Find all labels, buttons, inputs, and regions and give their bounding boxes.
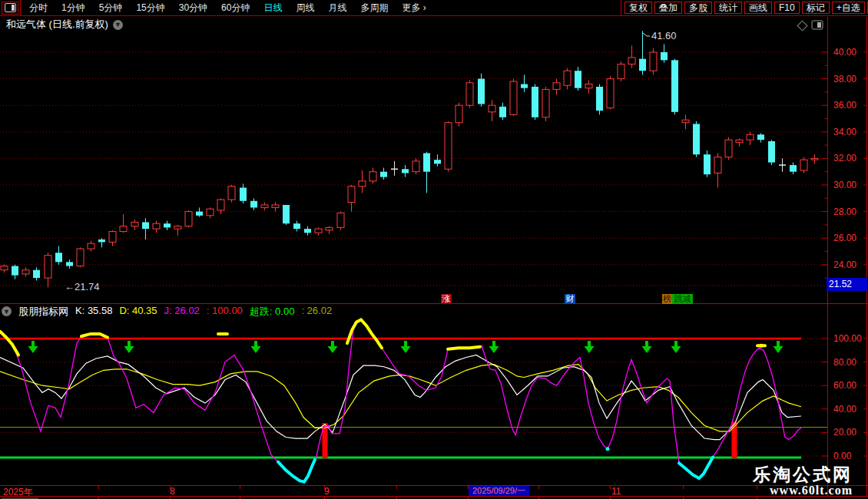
price-tick-label: 40.00: [833, 47, 856, 58]
high-annotation: 41.60: [651, 30, 677, 41]
sell-arrow-icon: [328, 341, 338, 353]
toolbar-button-draw-line[interactable]: 画线: [744, 2, 772, 14]
overbought-highlight: [448, 347, 480, 349]
toolbar-button-overlay[interactable]: 叠加: [654, 2, 682, 14]
diamond-icon: [797, 21, 807, 31]
indicator-field-3: : 100.00: [207, 305, 243, 319]
price-tick-label: 38.00: [833, 74, 856, 84]
event-marker-2[interactable]: 榜: [662, 294, 672, 304]
event-marker-1[interactable]: 财: [565, 294, 575, 304]
candlestick-series: [1, 31, 818, 287]
kdj-indicator: [0, 320, 827, 482]
price-tick-label: 32.00: [833, 153, 856, 164]
indicator-field-2: J: 26.02: [164, 305, 200, 319]
signal-dot: [606, 447, 610, 451]
chart-canvas[interactable]: 41.60←21.74: [0, 0, 868, 499]
date-tick-label: 2025年: [3, 486, 33, 499]
price-tick-label: 28.00: [833, 207, 856, 217]
date-tick-label: 9: [324, 486, 330, 497]
sell-arrow-icon: [774, 341, 784, 353]
signal-dot: [760, 344, 764, 348]
indicator-tick-label: 20.00: [833, 427, 856, 438]
layout-toggle-button[interactable]: [2, 2, 18, 15]
chart-corner-icons[interactable]: [797, 21, 823, 31]
sell-arrow-icon: [28, 341, 38, 353]
toolbar-button-statistics[interactable]: 统计: [714, 2, 742, 14]
indicator-field-4: 超跌: 0.00: [250, 305, 295, 319]
toolbar-button-multi-stock[interactable]: 多股: [684, 2, 712, 14]
event-marker-0[interactable]: 涨: [441, 294, 452, 304]
toolbar-button-restore-rights[interactable]: 复权: [624, 2, 652, 14]
price-tick-label: 30.00: [833, 180, 856, 190]
indicator-field-5: : 26.02: [301, 305, 332, 319]
toolbar-period-30min[interactable]: 30分钟: [172, 2, 214, 15]
page-title: 和远气体 (日线.前复权): [6, 18, 108, 31]
indicator-field-1: D: 40.35: [119, 305, 157, 319]
watermark: 乐淘公式网 www.60lt.com: [753, 465, 853, 497]
selected-date-badge: 2025/09/29/一: [469, 486, 529, 496]
chevron-down-icon[interactable]: ▼: [2, 306, 12, 316]
event-marker-3[interactable]: 跳减: [672, 294, 693, 304]
sell-arrow-icon: [401, 341, 411, 353]
indicator-tick-label: 100.00: [833, 333, 862, 344]
overbought-highlight: [81, 334, 108, 338]
watermark-url: www.60lt.com: [753, 484, 853, 497]
sell-arrow-icon: [585, 341, 595, 353]
indicator-tick-label: 40.00: [833, 404, 856, 415]
sell-arrow-icon: [489, 341, 499, 353]
toolbar-period-60min[interactable]: 60分钟: [214, 2, 257, 15]
oversold-highlight: [278, 460, 315, 482]
trading-app-window: 分时1分钟5分钟15分钟30分钟60分钟日线周线月线多周期更多 › 复权叠加多股…: [0, 0, 868, 499]
oversold-highlight: [679, 458, 713, 479]
toolbar-period-more[interactable]: 更多 ›: [395, 2, 432, 15]
date-tick-label: 11: [611, 486, 621, 497]
toolbar-period-daily[interactable]: 日线: [257, 2, 289, 15]
watermark-site-name: 乐淘公式网: [753, 465, 853, 484]
toolbar-button-add-watchlist[interactable]: +自选: [832, 2, 865, 14]
last-price-badge: 21.52: [827, 278, 867, 291]
period-menu: 分时1分钟5分钟15分钟30分钟60分钟日线周线月线多周期更多 ›: [20, 0, 433, 15]
low-annotation: ←21.74: [65, 281, 100, 292]
sell-arrow-icon: [642, 341, 652, 353]
price-tick-label: 34.00: [833, 127, 856, 137]
sell-arrow-icon: [124, 341, 134, 353]
price-annotations: 41.60←21.74: [65, 30, 677, 292]
indicator-header: ▼ 股朋指标网 K: 35.58D: 40.35J: 26.02: 100.00…: [2, 306, 332, 317]
axes-frame: [0, 17, 868, 499]
panel-layout-icon: [5, 3, 16, 12]
overbought-highlight: [0, 332, 18, 355]
top-toolbar: 分时1分钟5分钟15分钟30分钟60分钟日线周线月线多周期更多 › 复权叠加多股…: [0, 0, 868, 16]
indicator-name: 股朋指标网: [18, 305, 68, 319]
toolbar-period-1min[interactable]: 1分钟: [55, 2, 92, 15]
toolbar-period-realtime[interactable]: 分时: [22, 2, 55, 15]
toolbar-button-f10[interactable]: F10: [774, 2, 800, 14]
toolbar-period-weekly[interactable]: 周线: [289, 2, 321, 15]
indicator-field-0: K: 35.58: [75, 305, 112, 319]
date-tick-label: 8: [170, 486, 175, 497]
indicator-values: K: 35.58D: 40.35J: 26.02: 100.00超跌: 0.00…: [75, 305, 332, 319]
indicator-tick-label: 60.00: [833, 380, 856, 391]
indicator-tick-label: 0.00: [833, 451, 851, 461]
price-tick-label: 26.00: [833, 233, 856, 243]
chart-title-bar: 和远气体 (日线.前复权) ▼: [6, 18, 123, 31]
toolbar-button-mark[interactable]: 标记: [802, 2, 830, 14]
price-tick-label: 24.00: [833, 259, 856, 270]
chevron-down-icon[interactable]: ▼: [113, 20, 123, 30]
toolbar-actions: 复权叠加多股统计画线F10标记+自选返回: [621, 0, 868, 15]
toolbar-period-15min[interactable]: 15分钟: [129, 2, 171, 15]
toolbar-period-5min[interactable]: 5分钟: [92, 2, 130, 15]
toolbar-period-multi[interactable]: 多周期: [353, 2, 395, 15]
toolbar-period-monthly[interactable]: 月线: [321, 2, 353, 15]
sell-arrow-icon: [671, 341, 681, 353]
price-tick-label: 36.00: [833, 100, 856, 111]
buy-signal-bar: [732, 422, 737, 458]
sell-arrow-icon: [251, 341, 261, 353]
indicator-tick-label: 80.00: [833, 357, 856, 368]
